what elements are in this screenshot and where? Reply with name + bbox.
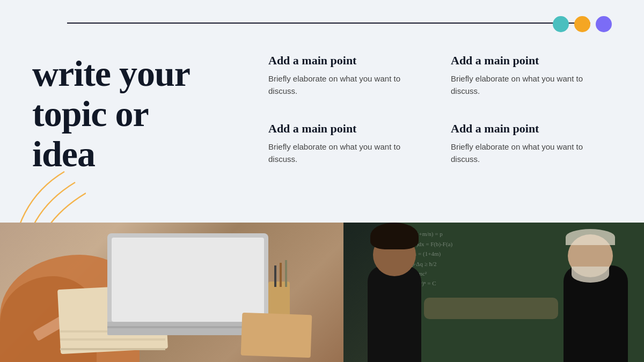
top-line (67, 23, 590, 24)
dot-orange (574, 16, 590, 32)
point-2-body: Briefly elaborate on what you want to di… (451, 73, 612, 97)
point-1-heading: Add a main point (268, 54, 429, 68)
point-3: Add a main point Briefly elaborate on wh… (268, 122, 429, 174)
title-area: write your topic or idea (32, 48, 247, 174)
point-3-heading: Add a main point (268, 122, 429, 136)
point-4: Add a main point Briefly elaborate on wh… (451, 122, 612, 174)
main-content: write your topic or idea Add a main poin… (0, 38, 644, 184)
point-1-body: Briefly elaborate on what you want to di… (268, 73, 429, 97)
points-grid: Add a main point Briefly elaborate on wh… (268, 48, 612, 174)
point-4-body: Briefly elaborate on what you want to di… (451, 141, 612, 165)
point-4-heading: Add a main point (451, 122, 612, 136)
point-1: Add a main point Briefly elaborate on wh… (268, 54, 429, 106)
point-2-heading: Add a main point (451, 54, 612, 68)
dots-row (553, 16, 612, 32)
image-right: R₁(1+m/n) = p ∫f(x)dx = F(b)-F(a) ΣAᵢ = … (343, 223, 644, 362)
image-left (0, 223, 343, 362)
point-2: Add a main point Briefly elaborate on wh… (451, 54, 612, 106)
bottom-images: R₁(1+m/n) = p ∫f(x)dx = F(b)-F(a) ΣAᵢ = … (0, 223, 644, 362)
slide-title: write your topic or idea (32, 54, 247, 174)
point-3-body: Briefly elaborate on what you want to di… (268, 141, 429, 165)
dot-purple (596, 16, 612, 32)
dot-teal (553, 16, 569, 32)
